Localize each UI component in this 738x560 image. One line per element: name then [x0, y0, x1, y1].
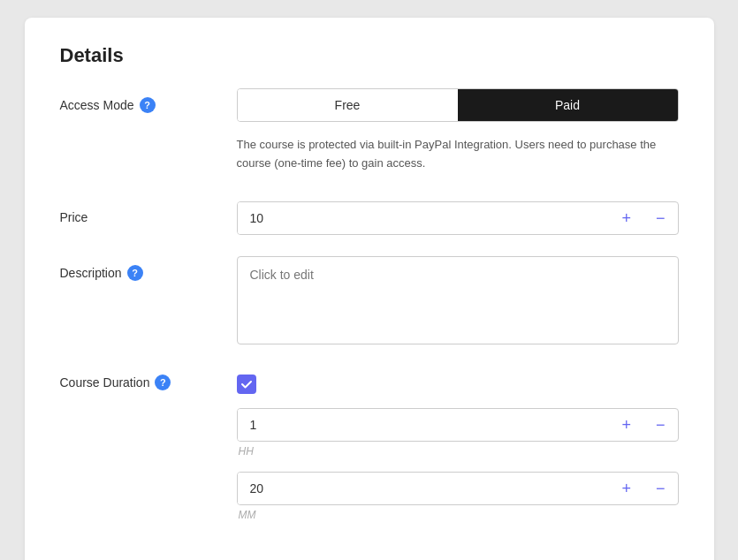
duration-hh-group: + − HH [237, 408, 679, 458]
access-mode-free-button[interactable]: Free [238, 89, 458, 121]
duration-mm-unit: MM [239, 509, 679, 521]
course-duration-checkbox[interactable] [237, 375, 256, 394]
access-mode-info-text: The course is protected via built-in Pay… [237, 136, 679, 173]
price-minus-button[interactable]: − [643, 203, 678, 233]
course-duration-content: + − HH + − MM [237, 369, 679, 521]
duration-fields: + − HH + − MM [237, 408, 679, 521]
checkmark-icon [240, 378, 253, 390]
duration-hh-unit: HH [239, 445, 679, 458]
description-label: Description ? [60, 256, 237, 281]
duration-mm-minus-button[interactable]: − [643, 473, 678, 503]
duration-mm-group: + − MM [237, 472, 679, 521]
price-input-wrap: + − [237, 201, 679, 235]
price-label: Price [60, 201, 237, 224]
course-duration-help-icon[interactable]: ? [155, 375, 171, 390]
description-help-icon[interactable]: ? [127, 265, 143, 281]
access-mode-paid-button[interactable]: Paid [458, 89, 678, 121]
access-mode-row: Access Mode ? Free Paid The course is pr… [60, 88, 679, 180]
duration-mm-plus-button[interactable]: + [609, 473, 643, 503]
description-textarea[interactable] [237, 256, 679, 344]
course-duration-label: Course Duration ? [60, 369, 237, 390]
spacer [237, 394, 679, 408]
duration-mm-input-wrap: + − [237, 472, 679, 505]
price-content: + − [237, 201, 679, 235]
duration-hh-input[interactable] [238, 409, 610, 441]
duration-mm-input[interactable] [238, 473, 610, 504]
details-card: Details Access Mode ? Free Paid The cour… [25, 18, 714, 560]
duration-hh-input-wrap: + − [237, 408, 679, 442]
price-plus-button[interactable]: + [609, 203, 643, 233]
access-mode-toggle-group: Free Paid [237, 88, 679, 122]
access-mode-content: Free Paid The course is protected via bu… [237, 88, 679, 180]
course-duration-row: Course Duration ? + − HH [60, 369, 679, 521]
price-row: Price + − [60, 201, 679, 235]
section-title: Details [60, 44, 679, 67]
description-row: Description ? [60, 256, 679, 348]
access-mode-label: Access Mode ? [60, 88, 237, 113]
duration-hh-minus-button[interactable]: − [643, 410, 678, 440]
duration-hh-plus-button[interactable]: + [609, 410, 643, 440]
description-content [237, 256, 679, 348]
price-input[interactable] [238, 202, 610, 234]
access-mode-help-icon[interactable]: ? [140, 97, 156, 113]
